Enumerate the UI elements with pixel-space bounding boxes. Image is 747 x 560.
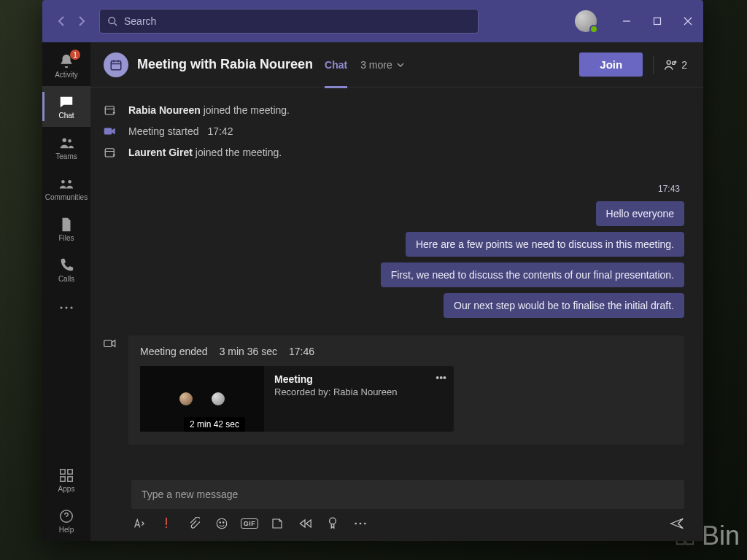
svg-rect-9 <box>61 469 65 473</box>
svg-point-7 <box>65 306 67 308</box>
join-button[interactable]: Join <box>579 52 643 77</box>
help-icon <box>58 508 74 524</box>
event-time: 17:42 <box>208 125 233 137</box>
svg-point-25 <box>223 522 225 524</box>
tab-chat[interactable]: Chat <box>325 42 347 88</box>
rail-files[interactable]: Files <box>42 209 90 249</box>
emoji-button[interactable] <box>214 516 229 531</box>
meeting-end-time: 17:46 <box>289 346 314 357</box>
svg-point-4 <box>61 179 65 183</box>
svg-rect-20 <box>104 341 112 347</box>
message-bubble: Here are a few points we need to discuss… <box>406 232 684 257</box>
composer: Type a new message GIF <box>90 472 703 541</box>
rail-activity[interactable]: Activity 1 <box>42 45 90 86</box>
rail-communities[interactable]: Communities <box>42 168 90 209</box>
format-button[interactable] <box>131 516 146 531</box>
rail-chat[interactable]: Chat <box>42 86 90 127</box>
svg-point-26 <box>330 518 336 524</box>
message-placeholder: Type a new message <box>142 489 238 500</box>
tabs-more-label: 3 more <box>360 59 392 71</box>
svg-point-2 <box>63 138 67 142</box>
sticker-button[interactable] <box>270 516 285 531</box>
svg-rect-11 <box>61 476 65 481</box>
recording-author: Recorded by: Rabia Noureen <box>274 386 444 397</box>
praise-button[interactable] <box>325 516 340 531</box>
participant-name: Rabia Noureen <box>128 104 201 116</box>
chat-header: Meeting with Rabia Noureen Chat 3 more J… <box>90 42 703 88</box>
message-input[interactable]: Type a new message <box>131 480 684 509</box>
send-button[interactable] <box>670 516 684 531</box>
chat-scroll[interactable]: Rabia Noureen joined the meeting. Meetin… <box>90 88 703 472</box>
svg-point-27 <box>355 523 357 525</box>
recording-title: Meeting <box>274 373 444 385</box>
window-minimize-button[interactable] <box>611 0 642 42</box>
outgoing-message-group: 17:43 Hello everyone Here are a few poin… <box>102 184 684 318</box>
nav-back-button[interactable] <box>53 12 70 30</box>
meeting-duration: 3 min 36 sec <box>220 346 277 357</box>
chat-title: Meeting with Rabia Noureen <box>137 57 313 72</box>
rail-more-button[interactable] <box>52 293 81 322</box>
priority-button[interactable] <box>159 516 174 531</box>
teams-window: Search Activity 1 Chat Teams <box>42 0 703 541</box>
more-actions-button[interactable] <box>353 516 368 531</box>
recording-duration: 2 min 42 sec <box>184 417 245 432</box>
participants-count: 2 <box>681 59 687 71</box>
chat-main: Meeting with Rabia Noureen Chat 3 more J… <box>90 42 703 541</box>
rail-item-label: Chat <box>58 112 74 120</box>
message-bubble: Hello everyone <box>596 201 684 226</box>
profile-avatar[interactable] <box>575 10 597 32</box>
presence-available-icon <box>589 25 598 34</box>
rail-item-label: Communities <box>45 193 88 201</box>
svg-point-29 <box>364 523 366 525</box>
svg-rect-22 <box>166 526 167 528</box>
calendar-icon <box>109 58 123 71</box>
rail-help[interactable]: Help <box>42 500 90 541</box>
svg-point-28 <box>360 523 362 525</box>
attach-button[interactable] <box>187 516 201 531</box>
svg-rect-12 <box>68 476 72 481</box>
rail-item-label: Teams <box>55 152 77 160</box>
communities-icon <box>58 176 74 192</box>
activity-badge: 1 <box>70 50 80 60</box>
recording-card[interactable]: 2 min 42 sec Meeting Recorded by: Rabia … <box>140 366 454 432</box>
nav-forward-button[interactable] <box>73 12 90 30</box>
svg-point-6 <box>60 306 62 308</box>
recording-more-button[interactable]: ••• <box>436 372 446 384</box>
window-close-button[interactable] <box>673 0 703 42</box>
chat-icon <box>58 94 74 110</box>
calls-icon <box>58 257 74 273</box>
recording-thumbnail: 2 min 42 sec <box>140 366 264 432</box>
svg-point-8 <box>70 306 72 308</box>
svg-point-24 <box>220 522 221 524</box>
stream-button[interactable] <box>298 516 312 531</box>
avatar <box>179 392 193 405</box>
svg-rect-17 <box>105 106 114 114</box>
rail-item-label: Activity <box>55 71 78 79</box>
gif-button[interactable]: GIF <box>242 516 257 531</box>
video-icon <box>102 126 118 136</box>
participants-button[interactable]: 2 <box>664 58 687 71</box>
system-event-joined: Laurent Giret joined the meeting. <box>102 146 684 159</box>
svg-point-5 <box>68 179 71 183</box>
message-bubble: Our next step would be to finalise the i… <box>444 293 684 318</box>
calendar-add-icon <box>102 104 118 117</box>
tabs-more-dropdown[interactable]: 3 more <box>360 59 404 71</box>
avatar <box>212 392 225 405</box>
system-event-started: Meeting started17:42 <box>102 125 684 137</box>
system-event-joined: Rabia Noureen joined the meeting. <box>102 104 684 117</box>
window-maximize-button[interactable] <box>642 0 673 42</box>
rail-item-label: Files <box>58 234 74 242</box>
search-icon <box>107 16 118 27</box>
teams-icon <box>58 135 74 151</box>
svg-rect-14 <box>111 61 121 69</box>
svg-point-3 <box>68 139 71 142</box>
svg-point-15 <box>667 61 670 64</box>
composer-toolbar: GIF <box>131 516 684 531</box>
rail-teams[interactable]: Teams <box>42 127 90 168</box>
rail-calls[interactable]: Calls <box>42 249 90 290</box>
rail-apps[interactable]: Apps <box>42 459 90 500</box>
message-time: 17:43 <box>658 184 680 194</box>
search-input[interactable]: Search <box>99 9 479 34</box>
svg-point-0 <box>109 17 115 23</box>
meeting-ended-block: Meeting ended 3 min 36 sec 17:46 2 min 4… <box>102 335 684 445</box>
